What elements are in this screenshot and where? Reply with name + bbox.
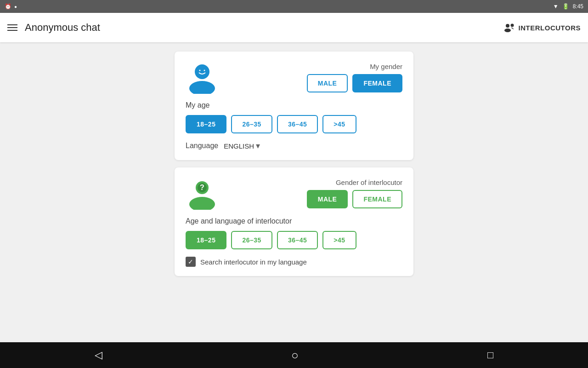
my-gender-section: My gender MALE FEMALE <box>307 63 402 92</box>
search-language-checkbox[interactable]: ✓ <box>186 257 196 267</box>
my-male-button[interactable]: MALE <box>307 74 348 92</box>
check-icon: ✓ <box>188 258 193 265</box>
interlocutor-age-gt45[interactable]: >45 <box>322 231 356 249</box>
svg-point-1 <box>504 29 511 32</box>
app-bar-left: Anonymous chat <box>7 22 100 34</box>
interlocutor-gender-buttons: MALE FEMALE <box>307 190 402 208</box>
my-age-gt45[interactable]: >45 <box>322 115 356 133</box>
my-age-label: My age <box>186 101 402 109</box>
dropdown-arrow-icon: ▾ <box>256 141 260 151</box>
battery-icon: 🔋 <box>562 3 569 10</box>
language-label: Language <box>186 142 218 150</box>
interlocutors-label: INTERLOCUTORS <box>519 24 581 32</box>
time-display: 8:45 <box>573 3 583 10</box>
user-avatar-blue <box>186 61 219 94</box>
nav-bar: ◁ ○ □ <box>0 342 588 368</box>
interlocutor-age-label: Age and language of interlocutor <box>186 217 402 225</box>
status-bar: ⏰ ● ▼ 🔋 8:45 <box>0 0 588 13</box>
interlocutors-button[interactable]: INTERLOCUTORS <box>503 23 581 32</box>
my-age-18-25[interactable]: 18–25 <box>186 115 226 133</box>
svg-point-7 <box>199 70 201 71</box>
svg-point-8 <box>204 70 205 71</box>
language-value: ENGLISH <box>224 142 254 150</box>
interlocutor-age-26-35[interactable]: 26–35 <box>231 231 272 249</box>
interlocutor-top: ? Gender of interlocutor MALE FEMALE <box>186 177 402 210</box>
interlocutor-age-36-45[interactable]: 36–45 <box>277 231 318 249</box>
checkbox-label: Search interlocutor in my language <box>200 258 307 266</box>
my-age-36-45[interactable]: 36–45 <box>277 115 318 133</box>
home-icon: ○ <box>291 348 299 362</box>
home-nav-button[interactable]: ○ <box>280 345 310 366</box>
wifi-icon: ▼ <box>553 3 559 10</box>
checkbox-section: ✓ Search interlocutor in my language <box>186 257 402 267</box>
svg-point-4 <box>189 81 215 94</box>
my-age-26-35[interactable]: 26–35 <box>231 115 272 133</box>
svg-point-6 <box>196 65 209 78</box>
back-icon: ◁ <box>95 349 102 361</box>
people-icon <box>503 23 516 32</box>
my-female-button[interactable]: FEMALE <box>352 74 402 92</box>
interlocutor-age-buttons: 18–25 26–35 36–45 >45 <box>186 231 402 249</box>
interlocutor-card: ? Gender of interlocutor MALE FEMALE Age… <box>175 167 413 276</box>
interlocutor-avatar: ? <box>186 177 219 210</box>
my-age-section: My age 18–25 26–35 36–45 >45 <box>186 101 402 133</box>
status-right: ▼ 🔋 8:45 <box>553 3 583 10</box>
status-left: ⏰ ● <box>5 3 17 10</box>
back-nav-button[interactable]: ◁ <box>84 345 113 365</box>
svg-point-2 <box>510 24 514 27</box>
recent-nav-button[interactable]: □ <box>476 345 504 365</box>
clock-icon: ⏰ <box>5 3 11 10</box>
interlocutor-age-18-25[interactable]: 18–25 <box>186 231 226 249</box>
my-profile-card: My gender MALE FEMALE My age 18–25 26–35… <box>175 52 413 160</box>
language-select[interactable]: ENGLISH ▾ <box>224 141 260 151</box>
language-section: Language ENGLISH ▾ <box>186 141 402 151</box>
my-gender-label: My gender <box>370 63 402 70</box>
interlocutor-male-button[interactable]: MALE <box>307 190 348 208</box>
interlocutor-gender-section: Gender of interlocutor MALE FEMALE <box>307 178 402 208</box>
app-bar: Anonymous chat INTERLOCUTORS <box>0 13 588 42</box>
user-avatar-green: ? <box>186 177 219 210</box>
svg-point-10 <box>189 197 215 210</box>
main-content: My gender MALE FEMALE My age 18–25 26–35… <box>0 42 588 342</box>
profile-top: My gender MALE FEMALE <box>186 61 402 94</box>
menu-button[interactable] <box>7 24 17 31</box>
svg-text:?: ? <box>200 184 204 191</box>
interlocutor-female-button[interactable]: FEMALE <box>352 190 402 208</box>
my-avatar <box>186 61 219 94</box>
my-gender-buttons: MALE FEMALE <box>307 74 402 92</box>
notification-dot: ● <box>14 4 17 9</box>
app-title: Anonymous chat <box>25 22 100 34</box>
recent-icon: □ <box>487 349 493 361</box>
interlocutor-age-section: Age and language of interlocutor 18–25 2… <box>186 217 402 249</box>
interlocutor-gender-label: Gender of interlocutor <box>336 178 402 186</box>
svg-point-0 <box>506 24 509 28</box>
my-age-buttons: 18–25 26–35 36–45 >45 <box>186 115 402 133</box>
